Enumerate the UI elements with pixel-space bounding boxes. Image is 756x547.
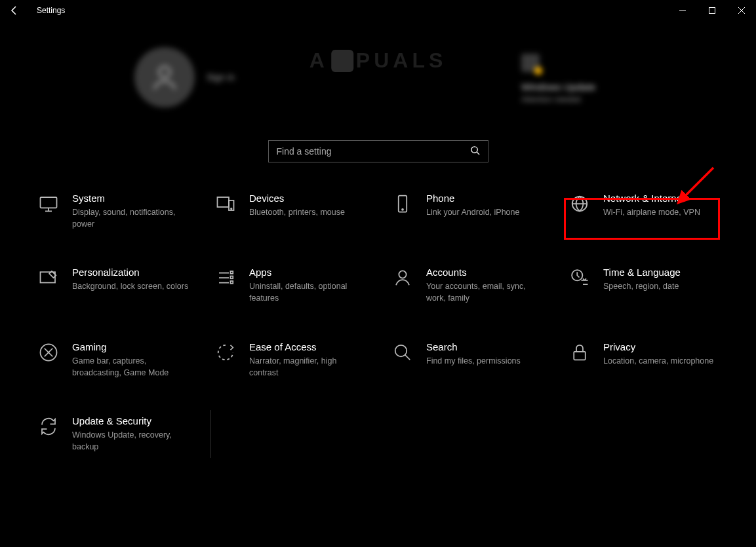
watermark: A PUALS	[309, 48, 447, 73]
svg-point-2	[471, 146, 477, 152]
ease-of-access-icon	[214, 343, 237, 366]
search-input[interactable]	[277, 146, 470, 157]
header-area: A PUALS Sign in Windows Update Attention…	[0, 21, 756, 118]
card-desc: Link your Android, iPhone	[426, 206, 519, 218]
card-desc: Background, lock screen, colors	[72, 280, 188, 292]
card-title: Network & Internet	[603, 193, 700, 204]
network-icon	[568, 194, 591, 217]
card-desc: Wi-Fi, airplane mode, VPN	[603, 206, 700, 218]
system-icon	[37, 194, 60, 217]
svg-rect-13	[231, 281, 233, 284]
card-title: Gaming	[72, 341, 190, 352]
card-time-language[interactable]: Time & Language Speech, region, date	[568, 267, 745, 304]
title-bar: Settings	[0, 0, 756, 21]
card-desc: Game bar, captures, broadcasting, Game M…	[72, 355, 190, 379]
svg-rect-0	[709, 8, 715, 14]
windows-update-subtitle: Attention needed	[521, 95, 595, 104]
card-desc: Find my files, permissions	[426, 355, 521, 367]
time-language-icon	[568, 268, 591, 292]
search-icon	[470, 145, 480, 158]
minimize-button[interactable]	[667, 0, 697, 21]
card-phone[interactable]: Phone Link your Android, iPhone	[391, 193, 568, 230]
card-title: Update & Security	[72, 415, 190, 426]
card-title: Ease of Access	[249, 341, 367, 352]
card-accounts[interactable]: Accounts Your accounts, email, sync, wor…	[391, 267, 568, 304]
card-title: Phone	[426, 193, 519, 204]
window-title: Settings	[37, 6, 65, 15]
svg-point-1	[159, 67, 170, 78]
card-system[interactable]: System Display, sound, notifications, po…	[37, 193, 214, 230]
card-title: Search	[426, 341, 521, 352]
devices-icon	[214, 194, 237, 217]
svg-rect-12	[231, 276, 233, 279]
card-apps[interactable]: Apps Uninstall, defaults, optional featu…	[214, 267, 391, 304]
svg-point-14	[399, 271, 406, 278]
svg-point-8	[402, 209, 403, 210]
card-title: Devices	[249, 193, 345, 204]
card-desc: Display, sound, notifications, power	[72, 206, 190, 230]
windows-update-title: Windows Update	[521, 81, 595, 92]
card-update-security[interactable]: Update & Security Windows Update, recove…	[37, 415, 214, 453]
watermark-text-left: A	[309, 48, 328, 73]
card-title: Personalization	[72, 267, 188, 278]
svg-rect-11	[231, 271, 233, 274]
svg-point-17	[395, 345, 407, 356]
phone-icon	[391, 194, 414, 217]
windows-update-icon	[521, 54, 540, 72]
windows-update-block[interactable]: Windows Update Attention needed	[521, 54, 595, 104]
watermark-text-right: PUALS	[356, 48, 447, 73]
card-title: Time & Language	[603, 267, 681, 278]
close-button[interactable]	[726, 0, 756, 21]
gaming-icon	[37, 343, 60, 366]
svg-rect-18	[574, 351, 586, 360]
accounts-icon	[391, 268, 414, 292]
svg-rect-3	[41, 197, 57, 208]
back-button[interactable]	[5, 1, 24, 20]
personalization-icon	[37, 268, 60, 292]
card-privacy[interactable]: Privacy Location, camera, microphone	[568, 341, 745, 379]
card-desc: Your accounts, email, sync, work, family	[426, 280, 544, 304]
title-bar-left: Settings	[5, 1, 65, 20]
account-block[interactable]: Sign in	[134, 47, 235, 107]
avatar-icon	[134, 47, 195, 107]
card-title: System	[72, 193, 190, 204]
card-desc: Uninstall, defaults, optional features	[249, 280, 367, 304]
search-box[interactable]	[268, 140, 488, 162]
card-title: Accounts	[426, 267, 544, 278]
card-gaming[interactable]: Gaming Game bar, captures, broadcasting,…	[37, 341, 214, 379]
card-title: Privacy	[603, 341, 713, 352]
settings-grid: System Display, sound, notifications, po…	[0, 193, 756, 453]
card-devices[interactable]: Devices Bluetooth, printers, mouse	[214, 193, 391, 230]
apps-icon	[214, 268, 237, 292]
svg-rect-4	[218, 197, 229, 207]
card-desc: Location, camera, microphone	[603, 355, 713, 367]
card-desc: Bluetooth, printers, mouse	[249, 206, 345, 218]
card-desc: Speech, region, date	[603, 280, 681, 292]
update-security-icon	[37, 417, 60, 440]
card-desc: Windows Update, recovery, backup	[72, 429, 190, 453]
window-controls	[667, 0, 756, 21]
signin-link[interactable]: Sign in	[207, 72, 235, 83]
privacy-icon	[568, 343, 591, 366]
svg-point-6	[231, 208, 232, 210]
card-title: Apps	[249, 267, 367, 278]
search-category-icon	[391, 343, 414, 366]
card-ease-of-access[interactable]: Ease of Access Narrator, magnifier, high…	[214, 341, 391, 379]
watermark-logo-icon	[331, 50, 353, 72]
search-wrap	[0, 118, 756, 193]
card-network[interactable]: Network & Internet Wi-Fi, airplane mode,…	[568, 193, 745, 230]
card-personalization[interactable]: Personalization Background, lock screen,…	[37, 267, 214, 304]
card-search[interactable]: Search Find my files, permissions	[391, 341, 568, 379]
card-desc: Narrator, magnifier, high contrast	[249, 355, 367, 379]
maximize-button[interactable]	[697, 0, 726, 21]
